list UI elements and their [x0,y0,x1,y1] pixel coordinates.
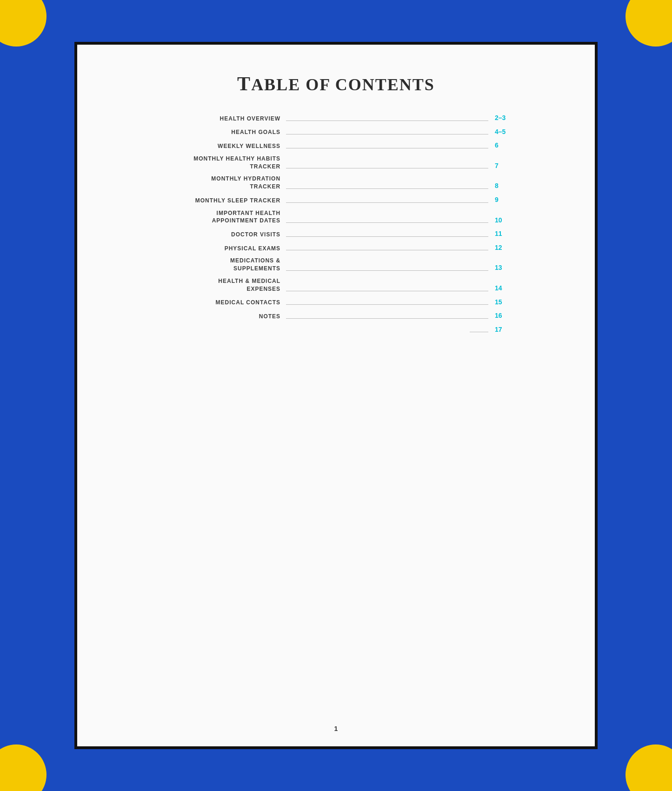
toc-line-container [286,270,488,275]
toc-line [286,318,488,319]
toc-line-container [286,134,488,139]
toc-row: HEALTH GOALS4–5 [156,127,516,140]
toc-page-number: 11 [488,229,516,241]
toc-row: MEDICAL CONTACTS15 [156,298,516,310]
toc-line [286,304,488,305]
toc-page-number: 8 [488,181,516,194]
toc-page-number: 2–3 [488,114,516,126]
toc-item-label: MONTHLY SLEEP TRACKER [156,197,286,208]
toc-line-container [286,148,488,153]
toc-line [286,134,488,134]
toc-item-label: DOCTOR VISITS [156,231,286,241]
toc-row: NOTES16 [156,311,516,323]
corner-decoration-br [625,744,672,791]
toc-line [286,148,488,148]
toc-line-container [286,222,488,228]
toc-row: 17 [156,325,516,337]
toc-item-label: IMPORTANT HEALTHAPPOINTMENT DATES [156,209,286,228]
toc-item-label: MEDICATIONS &SUPPLEMENTS [156,257,286,275]
page-content: TABLE OF CONTENTS HEALTH OVERVIEW2–3HEAL… [77,45,595,746]
toc-row: DOCTOR VISITS11 [156,229,516,241]
toc-page-number: 4–5 [488,127,516,140]
toc-line-container [286,236,488,241]
toc-row: PHYSICAL EXAMS12 [156,243,516,255]
toc-line-container [286,291,488,296]
toc-line-container [286,202,488,208]
toc-item-label: WEEKLY WELLNESS [156,142,286,153]
toc-row: HEALTH & MEDICALEXPENSES14 [156,277,516,296]
toc-item-label: MONTHLY HEALTHY HABITSTRACKER [156,155,286,174]
page-frame: TABLE OF CONTENTS HEALTH OVERVIEW2–3HEAL… [74,42,598,749]
toc-line [470,332,488,332]
corner-decoration-bl [0,744,47,791]
toc-row: MONTHLY SLEEP TRACKER9 [156,195,516,208]
toc-page-number: 6 [488,141,516,153]
toc-page-number: 14 [488,284,516,296]
toc-item-label: MONTHLY HYDRATIONTRACKER [156,175,286,194]
toc-line [286,291,488,291]
toc-title: TABLE OF CONTENTS [237,73,435,95]
toc-line-container [286,250,488,255]
toc-item-label: MEDICAL CONTACTS [156,299,286,309]
toc-item-label: HEALTH OVERVIEW [156,115,286,126]
corner-decoration-tl [0,0,47,47]
toc-page-number: 9 [488,195,516,208]
corner-decoration-tr [625,0,672,47]
toc-line [286,250,488,250]
toc-line [286,222,488,223]
toc-line-container [286,304,488,309]
toc-line-container [286,168,488,173]
toc-row: MONTHLY HYDRATIONTRACKER8 [156,175,516,194]
toc-row: WEEKLY WELLNESS6 [156,141,516,153]
toc-table: HEALTH OVERVIEW2–3HEALTH GOALS4–5WEEKLY … [156,114,516,339]
toc-page-number: 10 [488,216,516,228]
toc-line [286,270,488,271]
toc-line-container [286,332,488,337]
toc-page-number: 17 [488,325,516,337]
toc-item-label [156,334,286,337]
toc-line [286,202,488,203]
toc-page-number: 16 [488,311,516,323]
toc-row: MEDICATIONS &SUPPLEMENTS13 [156,257,516,275]
toc-line [286,121,488,121]
toc-item-label: NOTES [156,313,286,323]
toc-row: HEALTH OVERVIEW2–3 [156,114,516,126]
toc-item-label: HEALTH GOALS [156,128,286,139]
toc-page-number: 12 [488,243,516,255]
toc-line [286,188,488,189]
toc-line [286,236,488,237]
page-number: 1 [77,725,595,732]
toc-item-label: PHYSICAL EXAMS [156,245,286,255]
toc-row: IMPORTANT HEALTHAPPOINTMENT DATES10 [156,209,516,228]
toc-line-container [286,318,488,323]
toc-page-number: 15 [488,298,516,310]
toc-line [286,168,488,168]
toc-line-container [286,188,488,194]
toc-row: MONTHLY HEALTHY HABITSTRACKER7 [156,155,516,174]
toc-page-number: 13 [488,263,516,275]
toc-item-label: HEALTH & MEDICALEXPENSES [156,277,286,296]
toc-page-number: 7 [488,161,516,174]
toc-line-container [286,121,488,126]
